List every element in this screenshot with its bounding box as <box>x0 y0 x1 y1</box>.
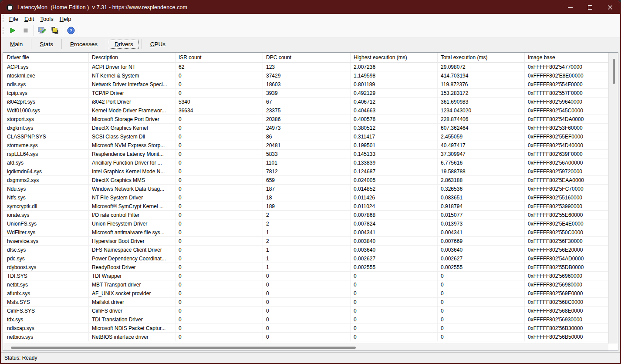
table-row[interactable]: CimFS.SYSCimFS driver00000xFFFFF802'568E… <box>3 307 608 315</box>
table-cell: 7812 <box>263 167 351 176</box>
table-cell: DirectX Graphics MMS <box>89 176 176 185</box>
menu-item-tools[interactable]: Tools <box>37 15 56 23</box>
table-cell: NT File System Driver <box>89 193 176 202</box>
title-bar[interactable]: LatencyMon (Home Edition ) v 7.31 - http… <box>1 1 620 14</box>
tab-drivers[interactable]: Drivers <box>109 40 139 49</box>
tab-separator <box>142 39 142 49</box>
menu-bar: FileEditToolsHelp <box>1 14 620 24</box>
stop-monitor-button[interactable] <box>19 25 32 36</box>
table-cell: 0xFFFFF802'55EF0000 <box>525 132 608 141</box>
menubar-gripper[interactable] <box>3 15 4 22</box>
column-header-isr-count[interactable]: ISR count <box>176 53 263 63</box>
table-row[interactable]: dxgmms2.sysDirectX Graphics MMS06590.024… <box>3 176 608 185</box>
table-cell: 0.492129 <box>351 89 438 98</box>
table-cell: 0 <box>263 289 351 298</box>
table-cell: 0 <box>438 289 525 298</box>
table-cell: afunix.sys <box>3 289 89 298</box>
table-cell: UnionFS.sys <box>3 219 89 228</box>
table-row[interactable]: ntoskrnl.exeNT Kernel & System0374291.14… <box>3 71 608 80</box>
toolbar-gripper[interactable] <box>3 27 4 34</box>
table-row[interactable]: symcryptk.dllMicrosoft® SymCrypt Kernel … <box>3 202 608 211</box>
table-cell: 0 <box>351 280 438 289</box>
table-cell: 0.011024 <box>351 202 438 211</box>
table-row[interactable]: netbt.sysMBT Transport driver00000xFFFFF… <box>3 280 608 289</box>
column-header-dpc-count[interactable]: DPC count <box>263 53 351 63</box>
tab-stats[interactable]: Stats <box>34 40 59 49</box>
table-cell: 189 <box>263 202 351 211</box>
tab-main[interactable]: Main <box>4 40 28 49</box>
start-monitor-button[interactable] <box>6 25 19 36</box>
tab-processes[interactable]: Processes <box>64 40 103 49</box>
table-cell: 0xFFFFF802'55DB0000 <box>525 263 608 272</box>
table-row[interactable]: rdyboost.sysReadyBoost Driver010.0025550… <box>3 263 608 272</box>
table-cell: 0.003640 <box>438 246 525 254</box>
menu-item-help[interactable]: Help <box>57 15 74 23</box>
table-row[interactable]: tdx.sysTDI Translation Driver00000xFFFFF… <box>3 315 608 324</box>
table-row[interactable]: dxgkrnl.sysDirectX Graphics Kernel024973… <box>3 124 608 132</box>
table-cell: 0.918794 <box>438 202 525 211</box>
close-button[interactable] <box>600 1 620 14</box>
table-row[interactable]: Wdf01000.sysKernel Mode Driver Framewor.… <box>3 106 608 115</box>
column-header-driver-file[interactable]: Driver file <box>3 53 89 63</box>
table-row[interactable]: UnionFS.sysUnion Filesystem Driver020.00… <box>3 219 608 228</box>
column-header-description[interactable]: Description <box>89 53 176 63</box>
table-cell: Intel Graphics Kernel Mode N... <box>89 167 176 176</box>
table-row[interactable]: iorate.sysI/O rate control Filter020.007… <box>3 211 608 219</box>
table-cell: 0.007669 <box>438 237 525 246</box>
table-cell: 0xFFFFF802'639F0000 <box>525 150 608 158</box>
table-row[interactable]: hvservice.sysHypervisor Boot Driver020.0… <box>3 237 608 246</box>
vertical-scrollbar[interactable] <box>608 53 618 344</box>
horizontal-scrollbar-thumb[interactable] <box>11 347 356 349</box>
table-row[interactable]: WdFilter.sysMicrosoft antimalware file s… <box>3 228 608 237</box>
menu-item-file[interactable]: File <box>6 15 21 23</box>
horizontal-scrollbar[interactable] <box>3 344 608 351</box>
table-row[interactable]: dfsc.sysDFS Namespace Client Driver010.0… <box>3 246 608 254</box>
column-header-total-execution-ms[interactable]: Total execution (ms) <box>438 53 525 63</box>
table-row[interactable]: rspLLL64.sysResplendence Latency Monit..… <box>3 150 608 158</box>
table-cell: Microsoft® SymCrypt Kernel ... <box>89 202 176 211</box>
tab-cpus[interactable]: CPUs <box>145 40 171 49</box>
table-cell: igdkmdn64.sys <box>3 167 89 176</box>
vertical-scrollbar-thumb[interactable] <box>613 59 615 84</box>
table-cell: 0.004341 <box>438 228 525 237</box>
table-row[interactable]: stornvme.sysMicrosoft NVM Express Storp.… <box>3 141 608 150</box>
table-row[interactable]: Ntfs.sysNT File System Driver0180.011426… <box>3 193 608 202</box>
table-row[interactable]: netbios.sysNetBIOS interface driver00000… <box>3 333 608 341</box>
table-row[interactable]: Msfs.SYSMailslot driver00000xFFFFF802'56… <box>3 298 608 307</box>
column-header-highest-execution-ms[interactable]: Highest execution (ms) <box>351 53 438 63</box>
table-row[interactable]: tcpip.sysTCP/IP Driver039390.492129153.2… <box>3 89 608 98</box>
table-row[interactable]: storport.sysMicrosoft Storage Port Drive… <box>3 115 608 124</box>
table-row[interactable]: afunix.sysAF_UNIX socket provider00000xF… <box>3 289 608 298</box>
table-row[interactable]: afd.sysAncillary Function Driver for ...… <box>3 158 608 167</box>
column-header-image-base[interactable]: Image base <box>525 53 608 63</box>
close-icon <box>608 5 613 10</box>
table-row[interactable]: ndiscap.sysMicrosoft NDIS Packet Captur.… <box>3 324 608 333</box>
table-row[interactable]: TDI.SYSTDI Wrapper00000xFFFFF802'5696000… <box>3 272 608 280</box>
table-row[interactable]: igdkmdn64.sysIntel Graphics Kernel Mode … <box>3 167 608 176</box>
table-cell: 0xFFFFF802'550C0000 <box>525 228 608 237</box>
table-row[interactable]: Ndu.sysWindows Network Data Usag...01870… <box>3 185 608 193</box>
copy-pages-icon <box>51 26 59 35</box>
table-cell: afd.sys <box>3 158 89 167</box>
table-row[interactable]: pdc.sysPower Dependency Coordinat...010.… <box>3 254 608 263</box>
help-button[interactable]: ? <box>64 25 78 36</box>
minimize-button[interactable] <box>560 1 580 14</box>
table-row[interactable]: CLASSPNP.SYSSCSI Class System Dll0860.31… <box>3 132 608 141</box>
drivers-table-main: Driver fileDescriptionISR countDPC count… <box>3 53 608 351</box>
options-button[interactable] <box>35 25 48 36</box>
maximize-button[interactable] <box>580 1 600 14</box>
status-bar: Status: Ready <box>1 352 620 363</box>
table-cell: 0 <box>263 315 351 324</box>
table-row[interactable]: i8042prt.sysi8042 Port Driver5340670.406… <box>3 98 608 106</box>
table-cell: Msfs.SYS <box>3 298 89 307</box>
table-row[interactable]: ACPI.sysACPI Driver for NT621232.0072362… <box>3 63 608 71</box>
table-cell: 0.124687 <box>351 167 438 176</box>
table-cell: 0xFFFFF802'56930000 <box>525 315 608 324</box>
menu-item-edit[interactable]: Edit <box>21 15 37 23</box>
table-row[interactable]: ndis.sysNetwork Driver Interface Speci..… <box>3 80 608 89</box>
table-cell: stornvme.sys <box>3 141 89 150</box>
table-cell: 40.497417 <box>438 141 525 150</box>
report-button[interactable] <box>48 25 61 36</box>
table-cell: ReadyBoost Driver <box>89 263 176 272</box>
table-cell: 0xFFFFF802'56B50000 <box>525 333 608 341</box>
